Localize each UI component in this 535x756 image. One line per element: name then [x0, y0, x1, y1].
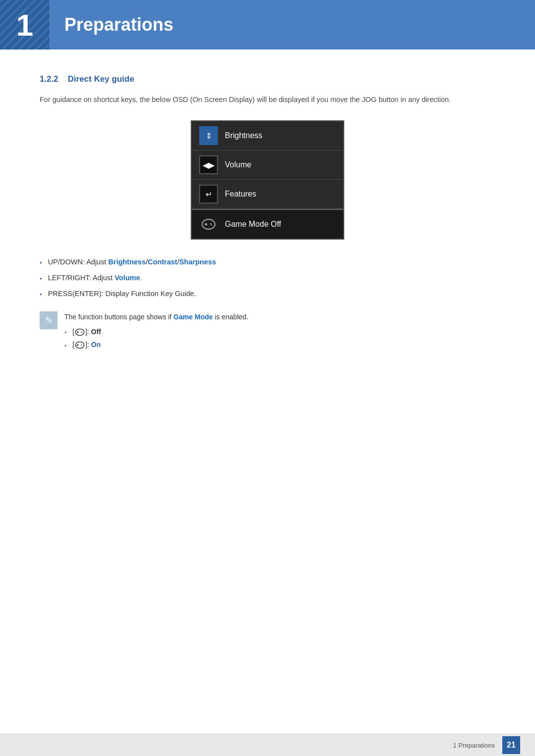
osd-gamemode-icon — [199, 215, 218, 234]
sub-bullet-dot-2: ● — [64, 344, 66, 347]
bullet-dot-2: ● — [40, 276, 42, 282]
page-footer: 1 Preparations 21 — [0, 734, 535, 756]
bullet-text-2: LEFT/RIGHT: Adjust Volume. — [48, 273, 142, 284]
link-brightness[interactable]: Brightness — [108, 258, 146, 266]
svg-point-4 — [81, 332, 82, 333]
bullet-item-updown: ● UP/DOWN: Adjust Brightness/Contrast/Sh… — [40, 257, 495, 268]
bullet-dot-3: ● — [40, 292, 42, 298]
chapter-number: 1 — [16, 7, 33, 43]
chapter-title: Preparations — [64, 14, 173, 35]
section-description: For guidance on shortcut keys, the below… — [40, 94, 495, 105]
page-number: 21 — [502, 736, 520, 754]
link-game-mode[interactable]: Game Mode — [173, 313, 213, 321]
bullet-list: ● UP/DOWN: Adjust Brightness/Contrast/Sh… — [40, 257, 495, 299]
sub-item-on-content: [ ]: On — [72, 341, 101, 350]
note-content: The function buttons page shows if Game … — [64, 311, 495, 353]
osd-row-brightness: ⇕ Brightness — [192, 121, 343, 151]
osd-row-gamemode: Game Mode Off — [192, 209, 343, 239]
svg-point-7 — [81, 345, 82, 346]
chapter-number-box: 1 — [0, 0, 50, 50]
bullet-item-press-enter: ● PRESS(ENTER): Display Function Key Gui… — [40, 289, 495, 300]
note-icon — [40, 311, 57, 329]
osd-gamemode-label: Game Mode Off — [225, 220, 281, 229]
osd-menu-container: ⇕ Brightness ◀▶ Volume ↵ Features — [40, 120, 495, 240]
bullet-dot-1: ● — [40, 260, 42, 266]
header-banner: 1 Preparations — [0, 0, 535, 50]
svg-point-2 — [211, 224, 212, 225]
bullet-text-3: PRESS(ENTER): Display Function Key Guide… — [48, 289, 196, 300]
sub-bullet-off: ● [ ]: Off — [64, 328, 495, 337]
osd-updown-icon: ⇕ — [199, 126, 218, 145]
bullet-item-leftright: ● LEFT/RIGHT: Adjust Volume. — [40, 273, 495, 284]
osd-brightness-label: Brightness — [225, 131, 263, 140]
sub-bullet-on: ● [ ]: On — [64, 341, 495, 350]
svg-point-1 — [210, 223, 211, 224]
osd-row-features: ↵ Features — [192, 180, 343, 209]
section-number: 1.2.2 — [40, 74, 58, 84]
link-contrast[interactable]: Contrast — [148, 258, 177, 266]
sub-bullet-dot-1: ● — [64, 330, 66, 334]
main-content: 1.2.2 Direct Key guide For guidance on s… — [0, 50, 535, 403]
link-volume[interactable]: Volume — [114, 274, 140, 282]
osd-volume-label: Volume — [225, 160, 251, 169]
sub-bullet-list: ● [ ]: Off ● [ — [64, 328, 495, 350]
osd-leftright-icon: ◀▶ — [199, 155, 218, 174]
footer-chapter-text: 1 Preparations — [453, 742, 495, 749]
osd-features-label: Features — [225, 190, 256, 199]
link-sharpness[interactable]: Sharpness — [179, 258, 216, 266]
svg-point-8 — [82, 345, 83, 346]
bullet-text-1: UP/DOWN: Adjust Brightness/Contrast/Shar… — [48, 257, 216, 268]
status-on-label: On — [91, 341, 101, 349]
svg-point-5 — [82, 332, 83, 333]
section-heading: 1.2.2 Direct Key guide — [40, 74, 495, 84]
sub-item-off-content: [ ]: Off — [72, 328, 101, 337]
status-off-label: Off — [91, 328, 101, 336]
note-text: The function buttons page shows if Game … — [64, 311, 495, 322]
osd-menu: ⇕ Brightness ◀▶ Volume ↵ Features — [191, 120, 344, 240]
osd-enter-icon: ↵ — [199, 185, 218, 203]
section-title: Direct Key guide — [68, 74, 134, 84]
svg-point-0 — [202, 219, 215, 229]
note-box: The function buttons page shows if Game … — [40, 311, 495, 353]
osd-row-volume: ◀▶ Volume — [192, 151, 343, 180]
